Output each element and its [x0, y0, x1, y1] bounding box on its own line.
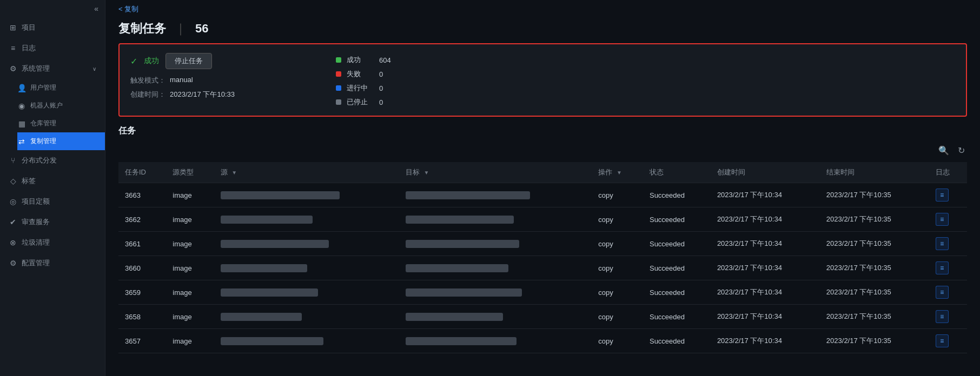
col-target: 目标 ▼ — [399, 162, 592, 183]
page-title: 复制任务 — [118, 21, 166, 37]
operation-filter-icon[interactable]: ▼ — [617, 170, 622, 176]
source-blurred — [221, 264, 307, 272]
sidebar-item-logs[interactable]: ≡ 日志 — [0, 38, 105, 58]
sidebar-item-label: 审查服务 — [22, 217, 50, 227]
cell-created-time: 2023/2/17 下午10:34 — [711, 256, 820, 280]
source-blurred — [221, 288, 318, 297]
sidebar-item-label: 项目 — [22, 23, 36, 32]
cell-log: ≡ — [929, 183, 967, 207]
cell-operation: copy — [592, 207, 643, 232]
col-source-type: 源类型 — [166, 162, 214, 183]
search-button[interactable]: 🔍 — [936, 143, 951, 158]
log-button[interactable]: ≡ — [936, 310, 949, 323]
source-blurred — [221, 313, 302, 321]
target-blurred — [406, 313, 503, 321]
cell-log: ≡ — [929, 280, 967, 305]
cell-task-id: 3657 — [118, 329, 166, 353]
cell-log: ≡ — [929, 232, 967, 256]
sidebar-item-garbage[interactable]: ⊗ 垃圾清理 — [0, 232, 105, 253]
replication-icon: ⇄ — [17, 137, 26, 146]
stat-running: 进行中 0 — [336, 83, 391, 93]
config-icon: ⚙ — [9, 259, 17, 267]
cell-log: ≡ — [929, 305, 967, 329]
cell-end-time: 2023/2/17 下午10:35 — [820, 232, 929, 256]
cell-target — [399, 329, 592, 353]
created-label: 创建时间： — [130, 90, 165, 99]
sidebar-item-replication[interactable]: ⇄ 复制管理 — [17, 132, 105, 150]
stat-stopped-label: 已停止 — [347, 97, 374, 107]
stat-running-label: 进行中 — [347, 83, 374, 93]
stat-fail-count: 0 — [379, 70, 383, 78]
col-end-time: 结束时间 — [820, 162, 929, 183]
sidebar-item-users[interactable]: 👤 用户管理 — [17, 79, 105, 97]
sidebar-item-label: 机器人账户 — [30, 101, 63, 110]
sidebar-item-robots[interactable]: ◉ 机器人账户 — [17, 97, 105, 115]
distribution-icon: ⑂ — [9, 156, 17, 165]
sidebar-item-tags[interactable]: ◇ 标签 — [0, 171, 105, 191]
sidebar-item-distribution[interactable]: ⑂ 分布式分发 — [0, 150, 105, 171]
cell-target — [399, 183, 592, 207]
sidebar-item-quota[interactable]: ◎ 项目定额 — [0, 191, 105, 212]
info-card: ✓ 成功 停止任务 触发模式： manual 创建时间： 2023/2/17 下… — [118, 43, 967, 117]
cell-source-type: image — [166, 207, 214, 232]
stat-fail-label: 失败 — [347, 69, 374, 79]
cell-status: Succeeded — [643, 183, 711, 207]
log-button[interactable]: ≡ — [936, 334, 949, 347]
sidebar-item-config[interactable]: ⚙ 配置管理 — [0, 253, 105, 273]
log-button[interactable]: ≡ — [936, 213, 949, 226]
cell-source-type: image — [166, 183, 214, 207]
source-filter-icon[interactable]: ▼ — [231, 170, 237, 176]
col-status: 状态 — [643, 162, 711, 183]
col-operation: 操作 ▼ — [592, 162, 643, 183]
users-icon: 👤 — [17, 84, 26, 92]
table-row: 3657 image copy Succeeded 2023/2/17 下午10… — [118, 329, 967, 353]
status-badge: Succeeded — [650, 216, 685, 224]
tasks-table: 任务ID 源类型 源 ▼ 目标 ▼ 操作 ▼ 状态 创建时间 结束时间 日志 3… — [118, 162, 967, 353]
target-blurred — [406, 264, 508, 272]
table-container: 任务ID 源类型 源 ▼ 目标 ▼ 操作 ▼ 状态 创建时间 结束时间 日志 3… — [118, 162, 967, 376]
cell-target — [399, 280, 592, 305]
stop-task-button[interactable]: 停止任务 — [165, 53, 212, 69]
page-id: 56 — [195, 22, 208, 36]
sidebar-item-projects[interactable]: ⊞ 项目 — [0, 17, 105, 38]
stat-success-count: 604 — [379, 56, 391, 64]
table-row: 3661 image copy Succeeded 2023/2/17 下午10… — [118, 232, 967, 256]
cell-status: Succeeded — [643, 207, 711, 232]
cell-source — [214, 207, 399, 232]
cell-created-time: 2023/2/17 下午10:34 — [711, 232, 820, 256]
cell-operation: copy — [592, 305, 643, 329]
cell-end-time: 2023/2/17 下午10:35 — [820, 329, 929, 353]
status-badge: Succeeded — [650, 264, 685, 272]
target-filter-icon[interactable]: ▼ — [424, 170, 429, 176]
cell-source-type: image — [166, 329, 214, 353]
sidebar-item-label: 仓库管理 — [30, 119, 56, 128]
sidebar-item-audit[interactable]: ✔ 审查服务 — [0, 212, 105, 232]
sidebar-sub-system: 👤 用户管理 ◉ 机器人账户 ▦ 仓库管理 ⇄ 复制管理 — [0, 79, 105, 150]
cell-task-id: 3658 — [118, 305, 166, 329]
cell-operation: copy — [592, 183, 643, 207]
breadcrumb[interactable]: < 复制 — [105, 0, 980, 18]
cell-target — [399, 207, 592, 232]
log-button[interactable]: ≡ — [936, 286, 949, 299]
log-button[interactable]: ≡ — [936, 237, 949, 250]
sidebar-collapse-button[interactable]: « — [0, 0, 105, 17]
refresh-button[interactable]: ↻ — [956, 143, 967, 158]
col-source: 源 ▼ — [214, 162, 399, 183]
sidebar-item-warehouse[interactable]: ▦ 仓库管理 — [17, 115, 105, 132]
log-button[interactable]: ≡ — [936, 189, 949, 202]
sidebar-item-system[interactable]: ⚙ 系统管理 ∨ — [0, 58, 105, 79]
stat-success: 成功 604 — [336, 55, 391, 65]
success-dot — [336, 57, 341, 63]
cell-end-time: 2023/2/17 下午10:35 — [820, 207, 929, 232]
created-row: 创建时间： 2023/2/17 下午10:33 — [130, 90, 314, 99]
cell-target — [399, 305, 592, 329]
cell-source — [214, 280, 399, 305]
cell-source — [214, 232, 399, 256]
sidebar-item-label: 系统管理 — [22, 64, 50, 73]
log-button[interactable]: ≡ — [936, 261, 949, 274]
fail-dot — [336, 71, 341, 77]
info-meta: 触发模式： manual 创建时间： 2023/2/17 下午10:33 — [130, 76, 314, 99]
created-value: 2023/2/17 下午10:33 — [170, 90, 235, 99]
cell-source — [214, 256, 399, 280]
cell-target — [399, 256, 592, 280]
